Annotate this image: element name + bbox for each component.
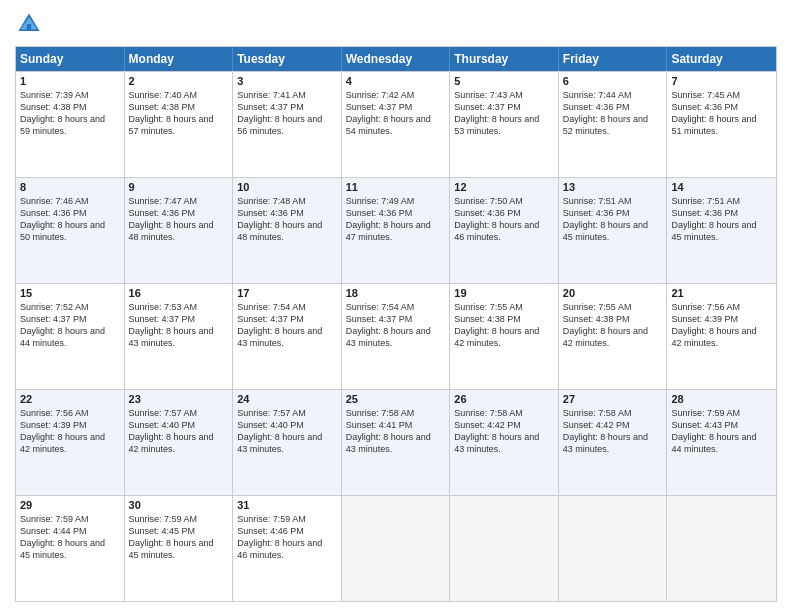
sunset-text: Sunset: 4:40 PM xyxy=(129,419,229,431)
sunset-text: Sunset: 4:37 PM xyxy=(346,101,446,113)
calendar-cell xyxy=(342,496,451,601)
day-number: 7 xyxy=(671,75,772,87)
daylight-text-2: 51 minutes. xyxy=(671,125,772,137)
calendar-cell: 6Sunrise: 7:44 AMSunset: 4:36 PMDaylight… xyxy=(559,72,668,177)
calendar-row-4: 29Sunrise: 7:59 AMSunset: 4:44 PMDayligh… xyxy=(16,495,776,601)
daylight-text-2: 45 minutes. xyxy=(563,231,663,243)
calendar-cell: 26Sunrise: 7:58 AMSunset: 4:42 PMDayligh… xyxy=(450,390,559,495)
calendar-header: SundayMondayTuesdayWednesdayThursdayFrid… xyxy=(16,47,776,71)
daylight-text-2: 45 minutes. xyxy=(20,549,120,561)
sunrise-text: Sunrise: 7:59 AM xyxy=(237,513,337,525)
calendar-cell: 14Sunrise: 7:51 AMSunset: 4:36 PMDayligh… xyxy=(667,178,776,283)
daylight-text: Daylight: 8 hours and xyxy=(671,325,772,337)
day-number: 22 xyxy=(20,393,120,405)
calendar-cell: 7Sunrise: 7:45 AMSunset: 4:36 PMDaylight… xyxy=(667,72,776,177)
daylight-text-2: 45 minutes. xyxy=(129,549,229,561)
daylight-text: Daylight: 8 hours and xyxy=(563,431,663,443)
daylight-text-2: 46 minutes. xyxy=(237,549,337,561)
calendar-cell: 18Sunrise: 7:54 AMSunset: 4:37 PMDayligh… xyxy=(342,284,451,389)
sunrise-text: Sunrise: 7:51 AM xyxy=(671,195,772,207)
sunset-text: Sunset: 4:40 PM xyxy=(237,419,337,431)
calendar-cell: 21Sunrise: 7:56 AMSunset: 4:39 PMDayligh… xyxy=(667,284,776,389)
sunset-text: Sunset: 4:37 PM xyxy=(129,313,229,325)
daylight-text: Daylight: 8 hours and xyxy=(454,325,554,337)
daylight-text-2: 48 minutes. xyxy=(129,231,229,243)
calendar-cell xyxy=(667,496,776,601)
logo xyxy=(15,10,47,38)
daylight-text: Daylight: 8 hours and xyxy=(346,325,446,337)
calendar-cell: 29Sunrise: 7:59 AMSunset: 4:44 PMDayligh… xyxy=(16,496,125,601)
calendar-cell: 5Sunrise: 7:43 AMSunset: 4:37 PMDaylight… xyxy=(450,72,559,177)
header-cell-wednesday: Wednesday xyxy=(342,47,451,71)
daylight-text-2: 50 minutes. xyxy=(20,231,120,243)
daylight-text: Daylight: 8 hours and xyxy=(237,537,337,549)
day-number: 23 xyxy=(129,393,229,405)
calendar-cell: 23Sunrise: 7:57 AMSunset: 4:40 PMDayligh… xyxy=(125,390,234,495)
logo-icon xyxy=(15,10,43,38)
daylight-text: Daylight: 8 hours and xyxy=(346,219,446,231)
calendar-cell: 13Sunrise: 7:51 AMSunset: 4:36 PMDayligh… xyxy=(559,178,668,283)
sunrise-text: Sunrise: 7:56 AM xyxy=(671,301,772,313)
sunrise-text: Sunrise: 7:59 AM xyxy=(671,407,772,419)
sunrise-text: Sunrise: 7:55 AM xyxy=(454,301,554,313)
sunrise-text: Sunrise: 7:45 AM xyxy=(671,89,772,101)
day-number: 6 xyxy=(563,75,663,87)
sunrise-text: Sunrise: 7:50 AM xyxy=(454,195,554,207)
daylight-text: Daylight: 8 hours and xyxy=(671,431,772,443)
daylight-text-2: 56 minutes. xyxy=(237,125,337,137)
daylight-text: Daylight: 8 hours and xyxy=(20,537,120,549)
sunrise-text: Sunrise: 7:43 AM xyxy=(454,89,554,101)
day-number: 12 xyxy=(454,181,554,193)
calendar-cell: 30Sunrise: 7:59 AMSunset: 4:45 PMDayligh… xyxy=(125,496,234,601)
day-number: 29 xyxy=(20,499,120,511)
calendar-cell: 9Sunrise: 7:47 AMSunset: 4:36 PMDaylight… xyxy=(125,178,234,283)
daylight-text-2: 45 minutes. xyxy=(671,231,772,243)
header-cell-sunday: Sunday xyxy=(16,47,125,71)
daylight-text: Daylight: 8 hours and xyxy=(671,113,772,125)
sunrise-text: Sunrise: 7:56 AM xyxy=(20,407,120,419)
calendar-cell: 16Sunrise: 7:53 AMSunset: 4:37 PMDayligh… xyxy=(125,284,234,389)
daylight-text-2: 46 minutes. xyxy=(454,231,554,243)
sunrise-text: Sunrise: 7:49 AM xyxy=(346,195,446,207)
calendar-cell: 3Sunrise: 7:41 AMSunset: 4:37 PMDaylight… xyxy=(233,72,342,177)
header xyxy=(15,10,777,38)
sunset-text: Sunset: 4:37 PM xyxy=(454,101,554,113)
calendar: SundayMondayTuesdayWednesdayThursdayFrid… xyxy=(15,46,777,602)
calendar-row-2: 15Sunrise: 7:52 AMSunset: 4:37 PMDayligh… xyxy=(16,283,776,389)
day-number: 31 xyxy=(237,499,337,511)
daylight-text-2: 48 minutes. xyxy=(237,231,337,243)
header-cell-monday: Monday xyxy=(125,47,234,71)
daylight-text: Daylight: 8 hours and xyxy=(563,113,663,125)
day-number: 1 xyxy=(20,75,120,87)
daylight-text-2: 52 minutes. xyxy=(563,125,663,137)
sunrise-text: Sunrise: 7:54 AM xyxy=(346,301,446,313)
calendar-cell: 11Sunrise: 7:49 AMSunset: 4:36 PMDayligh… xyxy=(342,178,451,283)
sunrise-text: Sunrise: 7:57 AM xyxy=(237,407,337,419)
day-number: 25 xyxy=(346,393,446,405)
sunrise-text: Sunrise: 7:51 AM xyxy=(563,195,663,207)
daylight-text-2: 42 minutes. xyxy=(129,443,229,455)
calendar-cell: 17Sunrise: 7:54 AMSunset: 4:37 PMDayligh… xyxy=(233,284,342,389)
day-number: 2 xyxy=(129,75,229,87)
sunset-text: Sunset: 4:45 PM xyxy=(129,525,229,537)
daylight-text-2: 59 minutes. xyxy=(20,125,120,137)
sunrise-text: Sunrise: 7:55 AM xyxy=(563,301,663,313)
daylight-text: Daylight: 8 hours and xyxy=(129,113,229,125)
day-number: 24 xyxy=(237,393,337,405)
daylight-text: Daylight: 8 hours and xyxy=(129,325,229,337)
daylight-text-2: 43 minutes. xyxy=(129,337,229,349)
day-number: 10 xyxy=(237,181,337,193)
daylight-text: Daylight: 8 hours and xyxy=(129,537,229,549)
sunrise-text: Sunrise: 7:46 AM xyxy=(20,195,120,207)
daylight-text: Daylight: 8 hours and xyxy=(346,431,446,443)
sunset-text: Sunset: 4:41 PM xyxy=(346,419,446,431)
day-number: 18 xyxy=(346,287,446,299)
daylight-text-2: 43 minutes. xyxy=(454,443,554,455)
sunset-text: Sunset: 4:42 PM xyxy=(454,419,554,431)
daylight-text: Daylight: 8 hours and xyxy=(563,325,663,337)
sunset-text: Sunset: 4:37 PM xyxy=(237,101,337,113)
sunset-text: Sunset: 4:36 PM xyxy=(563,207,663,219)
day-number: 14 xyxy=(671,181,772,193)
day-number: 3 xyxy=(237,75,337,87)
calendar-cell: 15Sunrise: 7:52 AMSunset: 4:37 PMDayligh… xyxy=(16,284,125,389)
